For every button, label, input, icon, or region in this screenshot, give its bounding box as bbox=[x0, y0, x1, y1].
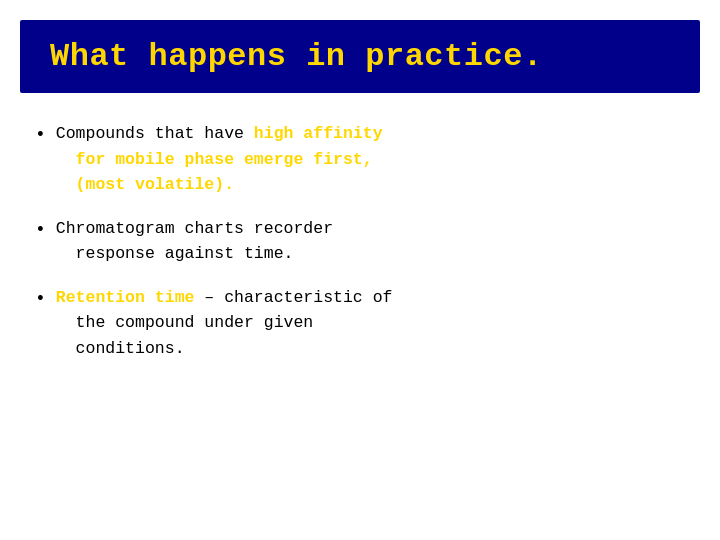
highlight-retention-time: Retention time bbox=[56, 288, 195, 307]
bullet-text-2: Chromatogram charts recorder response ag… bbox=[56, 216, 333, 267]
bullet-item-2: • Chromatogram charts recorder response … bbox=[35, 216, 685, 267]
slide-title: What happens in practice. bbox=[50, 38, 670, 75]
bullet-item-3: • Retention time – characteristic of the… bbox=[35, 285, 685, 362]
bullet-text-3: Retention time – characteristic of the c… bbox=[56, 285, 393, 362]
bullet-item-1: • Compounds that have high affinity for … bbox=[35, 121, 685, 198]
slide-content: • Compounds that have high affinity for … bbox=[0, 93, 720, 540]
highlight-1: high affinity for mobile phase emerge fi… bbox=[56, 124, 383, 194]
bullet-dot-2: • bbox=[35, 217, 46, 244]
bullet-text-1: Compounds that have high affinity for mo… bbox=[56, 121, 383, 198]
bullet-dot-3: • bbox=[35, 286, 46, 313]
slide: What happens in practice. • Compounds th… bbox=[0, 0, 720, 540]
bullet-dot-1: • bbox=[35, 122, 46, 149]
slide-header: What happens in practice. bbox=[20, 20, 700, 93]
